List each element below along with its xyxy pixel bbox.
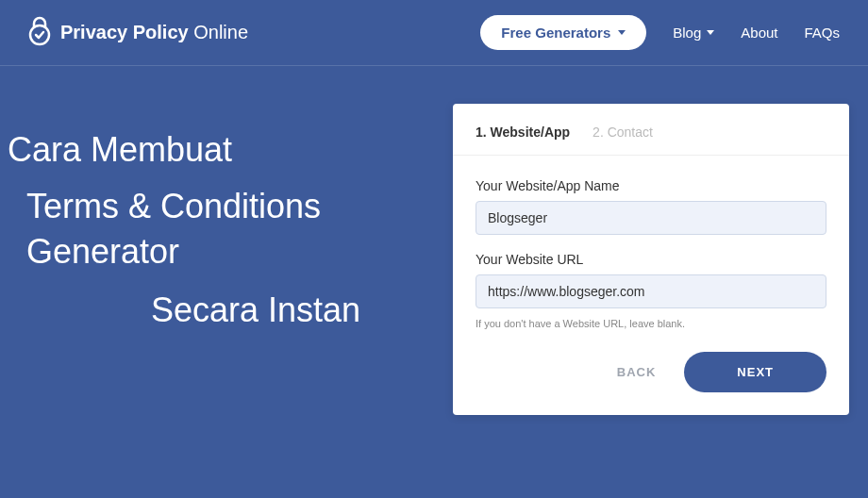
free-generators-button[interactable]: Free Generators [480, 15, 646, 50]
nav-blog[interactable]: Blog [673, 25, 714, 41]
hero-line-2: Terms & Conditions [0, 187, 434, 226]
content: Cara Membuat Terms & Conditions Generato… [0, 66, 868, 415]
website-url-input[interactable] [476, 274, 826, 308]
hero-line-3: Generator [0, 232, 434, 272]
nav-faqs[interactable]: FAQs [804, 25, 840, 41]
hero-line-4: Secara Instan [0, 290, 434, 330]
form-card: 1. Website/App 2. Contact Your Website/A… [453, 104, 849, 415]
nav: Free Generators Blog About FAQs [480, 15, 840, 50]
back-button[interactable]: BACK [608, 352, 666, 392]
header: Privacy Policy Online Free Generators Bl… [0, 0, 868, 66]
caret-down-icon [707, 30, 714, 35]
lock-icon [28, 16, 51, 50]
hero: Cara Membuat Terms & Conditions Generato… [0, 104, 434, 415]
card-body: Your Website/App Name Your Website URL I… [453, 156, 849, 415]
step-contact[interactable]: 2. Contact [593, 124, 653, 140]
actions: BACK NEXT [476, 352, 826, 392]
nav-about[interactable]: About [741, 25, 777, 41]
url-hint: If you don't have a Website URL, leave b… [476, 318, 826, 329]
logo-text: Privacy Policy Online [60, 22, 248, 43]
caret-down-icon [618, 30, 626, 35]
next-button[interactable]: NEXT [684, 352, 826, 392]
website-name-label: Your Website/App Name [476, 178, 826, 193]
hero-line-1: Cara Membuat [0, 130, 434, 170]
website-name-input[interactable] [476, 201, 826, 235]
steps: 1. Website/App 2. Contact [453, 104, 849, 156]
step-website-app[interactable]: 1. Website/App [476, 124, 570, 140]
website-url-label: Your Website URL [476, 252, 826, 267]
logo[interactable]: Privacy Policy Online [28, 16, 248, 50]
